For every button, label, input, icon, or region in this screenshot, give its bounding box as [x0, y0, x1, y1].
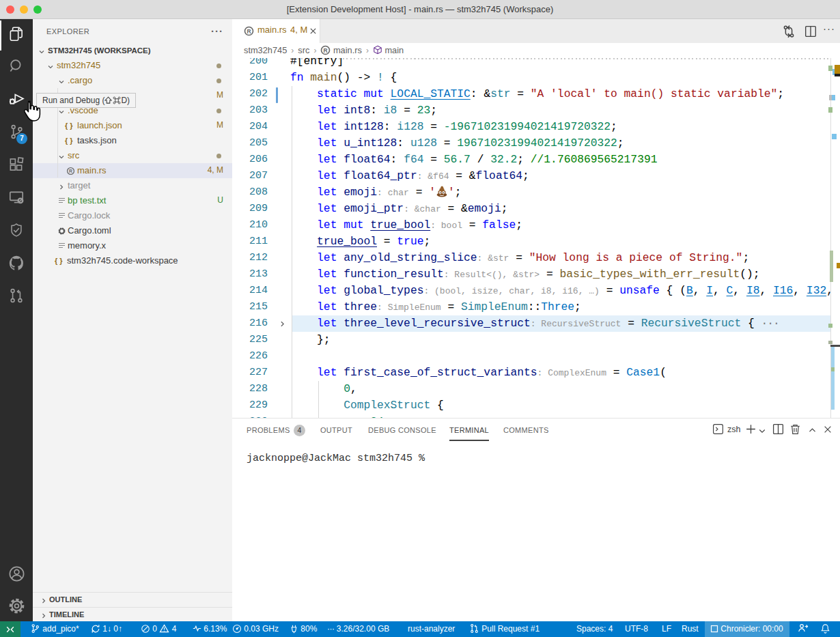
svg-text:R: R [324, 47, 328, 54]
svg-text:R: R [69, 169, 72, 173]
svg-text:R: R [247, 28, 251, 35]
